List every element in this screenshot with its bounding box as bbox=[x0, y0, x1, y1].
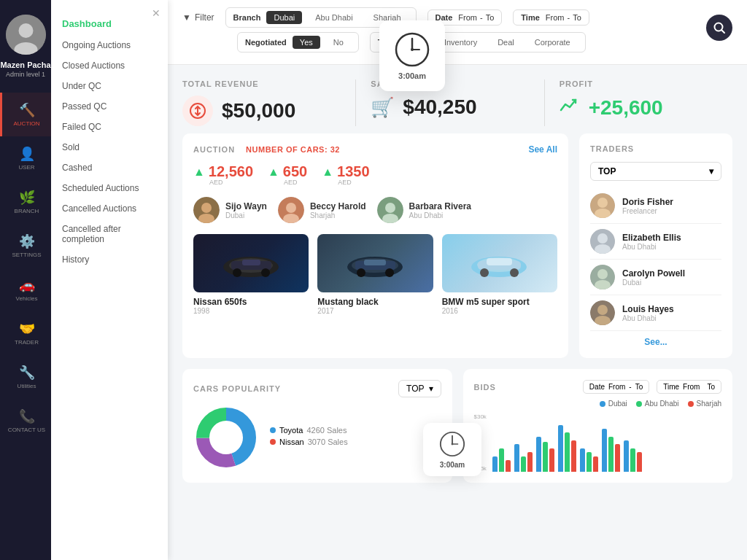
bids-time-to: To bbox=[707, 383, 715, 391]
auction-val-1: ▲ 650 bbox=[268, 163, 307, 180]
legend-nissan: Nissan 3070 Sales bbox=[270, 438, 348, 446]
trader-avatar-0 bbox=[590, 193, 615, 218]
bar-group-1 bbox=[514, 444, 533, 472]
svg-point-32 bbox=[597, 198, 608, 208]
bidder-info-0: Sijo Wayn Dubai bbox=[225, 201, 267, 219]
nav-item-auction[interactable]: 🔨 AUCTION bbox=[0, 93, 51, 136]
sidebar-item-failedqc[interactable]: Failed QC bbox=[51, 117, 168, 137]
trader-name-2: Carolyn Powell bbox=[622, 268, 685, 279]
sidebar-item-scheduled[interactable]: Scheduled Auctions bbox=[51, 178, 168, 198]
auction-val-2: ▲ 1350 bbox=[322, 163, 369, 180]
svg-point-23 bbox=[385, 268, 394, 277]
bar-group-4 bbox=[580, 448, 598, 472]
bids-date-filter[interactable]: Date From - To bbox=[583, 380, 649, 394]
auction-number-2: 1350 bbox=[337, 163, 370, 180]
sidebar-item-cancelled-after[interactable]: Cancelled after completion bbox=[51, 219, 168, 249]
trader-city-2: Dubai bbox=[622, 279, 685, 287]
bar-6-1 bbox=[630, 448, 635, 472]
auction-val-0: ▲ 12,560 bbox=[193, 163, 253, 180]
cars-row: Nissan 650fs 1998 Mustang black 2017 BMW… bbox=[193, 234, 557, 315]
trader-name-3: Louis Hayes bbox=[622, 304, 674, 314]
bar-6-0 bbox=[624, 440, 629, 472]
traders-dropdown[interactable]: TOP ▾ bbox=[590, 162, 721, 181]
close-sidebar-button[interactable]: ✕ bbox=[152, 7, 160, 19]
cars-pop-title: CARS POPULARITY bbox=[193, 384, 281, 393]
nav-item-contact[interactable]: 📞 CONTACT US bbox=[0, 399, 51, 443]
auction-number-0: 12,560 bbox=[209, 163, 253, 180]
see-more-traders-button[interactable]: See... bbox=[590, 337, 721, 347]
type-corporate[interactable]: Corporate bbox=[527, 36, 578, 49]
nav-item-branch[interactable]: 🌿 BRANCH bbox=[0, 180, 51, 224]
bar-group-2 bbox=[536, 437, 554, 472]
svg-point-29 bbox=[510, 268, 519, 277]
chevron-down-icon-pop: ▾ bbox=[429, 384, 433, 394]
profit-card: PROFIT +25,600 bbox=[545, 79, 732, 126]
bids-date-from: From bbox=[608, 383, 625, 391]
trader-icon: 🤝 bbox=[19, 321, 35, 337]
negotiated-label: Negotiated bbox=[245, 38, 287, 47]
nav-item-vehicles[interactable]: 🚗 Vehicles bbox=[0, 268, 51, 311]
bar-3-1 bbox=[565, 432, 570, 472]
see-all-button[interactable]: See All bbox=[528, 144, 557, 155]
auction-header: AUCTION NUMBER OF CARS: 32 See All bbox=[193, 144, 557, 155]
svg-point-22 bbox=[357, 268, 365, 277]
type-deal[interactable]: Deal bbox=[490, 36, 522, 49]
svg-point-16 bbox=[233, 268, 241, 277]
cars-pop-dropdown[interactable]: TOP ▾ bbox=[398, 380, 441, 397]
revenue-title: TOTAL REVENUE bbox=[182, 79, 341, 88]
bar-group-0 bbox=[492, 448, 511, 472]
user-icon: 👤 bbox=[19, 146, 35, 162]
nav-item-utilities[interactable]: 🔧 Utilities bbox=[0, 355, 51, 399]
nav-label-trader: TRADER bbox=[15, 339, 39, 346]
sidebar-item-ongoing[interactable]: Ongoing Auctions bbox=[51, 35, 168, 55]
y-label-30k: $30k bbox=[474, 413, 487, 420]
nav-label-settings: SETTINGS bbox=[12, 252, 41, 258]
sidebar-item-sold[interactable]: Sold bbox=[51, 137, 168, 158]
sales-value: $40,250 bbox=[403, 96, 476, 119]
nav-item-trader[interactable]: 🤝 TRADER bbox=[0, 311, 51, 355]
sidebar-item-passedqc[interactable]: Passed QC bbox=[51, 96, 168, 117]
revenue-value-row: $50,000 bbox=[182, 96, 341, 126]
dark-sidebar: Mazen Pacha Admin level 1 🔨 AUCTION 👤 US… bbox=[0, 0, 51, 560]
clock-icon-top bbox=[394, 31, 430, 68]
bidder-city-0: Dubai bbox=[225, 211, 267, 219]
sidebar-item-underqc[interactable]: Under QC bbox=[51, 76, 168, 96]
bids-time-filter[interactable]: Time From To bbox=[657, 380, 721, 394]
sidebar-item-history[interactable]: History bbox=[51, 249, 168, 270]
svg-point-11 bbox=[385, 203, 395, 213]
legend-circle-abudhabi bbox=[636, 401, 642, 407]
svg-point-38 bbox=[597, 269, 608, 279]
trader-item-1: Elizabeth Ellis Abu Dhabi bbox=[590, 224, 721, 260]
legend-circle-sharjah bbox=[688, 401, 694, 407]
search-button[interactable] bbox=[706, 15, 732, 41]
bar-2-1 bbox=[543, 442, 548, 472]
nav-item-user[interactable]: 👤 USER bbox=[0, 136, 51, 180]
negotiated-yes[interactable]: Yes bbox=[293, 36, 320, 49]
car-year-0: 1998 bbox=[193, 307, 309, 315]
bids-title: BIDS bbox=[474, 383, 496, 392]
sidebar-item-closed[interactable]: Closed Auctions bbox=[51, 55, 168, 76]
trader-info-0: Doris Fisher Freelancer bbox=[622, 197, 673, 215]
auction-title: AUCTION bbox=[193, 145, 235, 154]
trader-item-0: Doris Fisher Freelancer bbox=[590, 188, 721, 224]
date-from: From bbox=[458, 13, 477, 22]
bids-date-dash: - bbox=[629, 383, 631, 391]
bar-3-2 bbox=[571, 440, 576, 472]
cars-pop-dropdown-label: TOP bbox=[406, 384, 424, 394]
filter-button[interactable]: ▼ Filter bbox=[182, 12, 214, 23]
branch-dubai[interactable]: Dubai bbox=[266, 11, 302, 24]
sidebar-item-cashed[interactable]: Cashed bbox=[51, 158, 168, 178]
arrow-up-icon-2: ▲ bbox=[322, 166, 333, 179]
time-filter-group: Time From - To bbox=[513, 9, 589, 26]
bids-header: BIDS Date From - To Time From To bbox=[474, 380, 722, 394]
bar-group-3 bbox=[558, 425, 576, 472]
trader-info-2: Carolyn Powell Dubai bbox=[622, 268, 685, 287]
sidebar-item-cancelled[interactable]: Cancelled Auctions bbox=[51, 198, 168, 219]
nav-item-settings[interactable]: ⚙️ SETTINGS bbox=[0, 224, 51, 268]
car-image-2 bbox=[442, 234, 557, 292]
branch-abudhabi[interactable]: Abu Dhabi bbox=[308, 11, 360, 24]
car-year-2: 2016 bbox=[442, 307, 557, 315]
negotiated-no[interactable]: No bbox=[326, 36, 351, 49]
auction-sub-0: AED bbox=[209, 179, 253, 186]
legend-abudhabi-label: Abu Dhabi bbox=[645, 400, 679, 408]
